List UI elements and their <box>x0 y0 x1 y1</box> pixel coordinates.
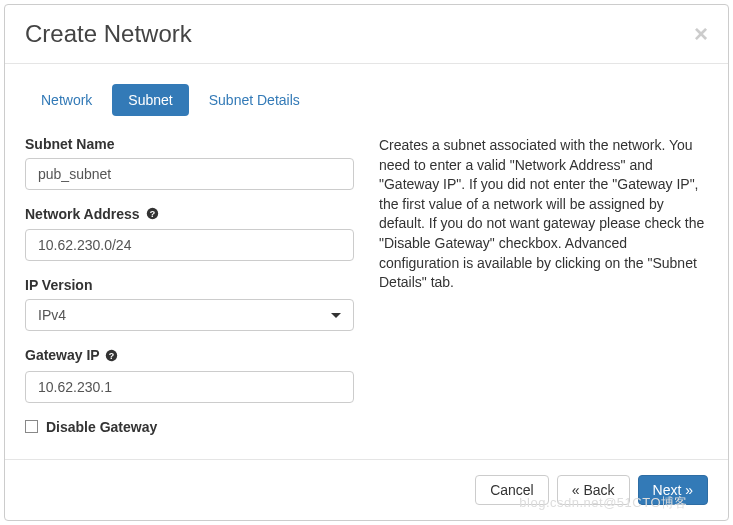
network-address-label-text: Network Address <box>25 206 140 222</box>
gateway-ip-group: Gateway IP ? <box>25 347 354 402</box>
help-icon[interactable]: ? <box>105 349 118 365</box>
help-text: Creates a subnet associated with the net… <box>379 136 708 435</box>
ip-version-value: IPv4 <box>38 307 66 323</box>
form-column: Subnet Name Network Address ? IP Version <box>25 136 354 435</box>
tab-network[interactable]: Network <box>25 84 108 116</box>
subnet-name-label: Subnet Name <box>25 136 354 152</box>
svg-text:?: ? <box>109 350 114 360</box>
modal-header: Create Network × <box>5 5 728 64</box>
content-row: Subnet Name Network Address ? IP Version <box>25 136 708 435</box>
tabs: Network Subnet Subnet Details <box>25 84 708 116</box>
subnet-name-input[interactable] <box>25 158 354 190</box>
create-network-modal: Create Network × Network Subnet Subnet D… <box>4 4 729 521</box>
disable-gateway-row: Disable Gateway <box>25 419 354 435</box>
back-button[interactable]: « Back <box>557 475 630 505</box>
next-button[interactable]: Next » <box>638 475 708 505</box>
tab-subnet-details[interactable]: Subnet Details <box>193 84 316 116</box>
network-address-input[interactable] <box>25 229 354 261</box>
modal-body: Network Subnet Subnet Details Subnet Nam… <box>5 64 728 459</box>
svg-text:?: ? <box>149 209 154 219</box>
tab-subnet[interactable]: Subnet <box>112 84 188 116</box>
ip-version-label: IP Version <box>25 277 354 293</box>
ip-version-group: IP Version IPv4 <box>25 277 354 331</box>
gateway-ip-label-text: Gateway IP <box>25 347 99 363</box>
help-icon[interactable]: ? <box>146 207 159 223</box>
disable-gateway-label: Disable Gateway <box>46 419 157 435</box>
gateway-ip-input[interactable] <box>25 371 354 403</box>
network-address-label: Network Address ? <box>25 206 354 223</box>
cancel-button[interactable]: Cancel <box>475 475 549 505</box>
modal-footer: Cancel « Back Next » <box>5 459 728 520</box>
modal-title: Create Network <box>25 20 192 48</box>
ip-version-select[interactable]: IPv4 <box>25 299 354 331</box>
gateway-ip-label: Gateway IP ? <box>25 347 354 364</box>
network-address-group: Network Address ? <box>25 206 354 261</box>
chevron-down-icon <box>331 313 341 318</box>
close-icon[interactable]: × <box>694 22 708 46</box>
subnet-name-group: Subnet Name <box>25 136 354 190</box>
disable-gateway-checkbox[interactable] <box>25 420 38 433</box>
